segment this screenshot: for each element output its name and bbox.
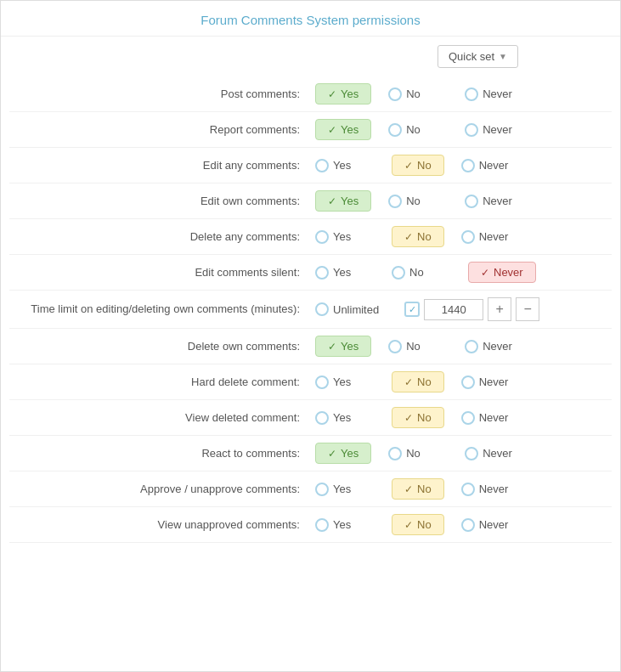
radio-label: No [406, 195, 421, 207]
time-increment-button[interactable]: + [488, 297, 511, 321]
radio-label: No [406, 340, 421, 353]
time-decrement-button[interactable]: − [516, 297, 539, 321]
time-limit-input-group: ✓ + − [404, 297, 539, 321]
perm-row-hard-delete-comment: Hard delete comment: Yes ✓No Never [9, 364, 612, 400]
radio-no-edit-comments-silent[interactable]: No [392, 266, 451, 280]
perm-options-post-comments: ✓Yes No Never [315, 83, 612, 104]
perm-row-edit-own-comments: Edit own comments:✓Yes No Never [9, 184, 612, 219]
check-icon: ✓ [404, 160, 413, 172]
btn-never-edit-comments-silent[interactable]: ✓Never [468, 262, 536, 283]
perm-options-react-to-comments: ✓Yes No Never [315, 443, 612, 464]
radio-circle [315, 483, 329, 496]
radio-yes-hard-delete-comment[interactable]: Yes [315, 376, 375, 389]
unlimited-option[interactable]: Unlimited [315, 302, 379, 316]
radio-never-view-deleted-comment[interactable]: Never [461, 411, 521, 425]
perm-label-post-comments: Post comments: [9, 88, 315, 100]
btn-no-approve-unapprove[interactable]: ✓No [392, 478, 444, 500]
btn-label: Yes [341, 88, 358, 100]
radio-circle [315, 266, 329, 280]
btn-no-view-unapproved[interactable]: ✓No [392, 514, 444, 535]
radio-label: Yes [333, 230, 351, 243]
time-check-icon[interactable]: ✓ [404, 302, 420, 317]
radio-label: No [406, 447, 421, 460]
btn-yes-edit-own-comments[interactable]: ✓Yes [315, 190, 371, 212]
radio-label: Yes [333, 159, 351, 172]
perm-options-report-comments: ✓Yes No Never [315, 119, 612, 140]
radio-never-delete-any-comments[interactable]: Never [461, 230, 521, 244]
radio-label: Never [483, 123, 512, 136]
btn-label: Yes [341, 195, 358, 207]
radio-circle [461, 483, 475, 496]
perm-label-edit-comments-silent: Edit comments silent: [9, 266, 315, 279]
radio-yes-edit-any-comments[interactable]: Yes [315, 159, 375, 172]
radio-never-delete-own-comments[interactable]: Never [465, 340, 524, 353]
radio-never-edit-any-comments[interactable]: Never [461, 159, 521, 172]
btn-no-delete-any-comments[interactable]: ✓No [392, 226, 444, 247]
check-icon: ✓ [328, 448, 336, 460]
radio-no-report-comments[interactable]: No [388, 123, 448, 137]
btn-no-hard-delete-comment[interactable]: ✓No [392, 371, 444, 392]
radio-never-view-unapproved[interactable]: Never [461, 518, 521, 532]
radio-label: Never [479, 230, 509, 243]
perm-options-edit-own-comments: ✓Yes No Never [315, 190, 612, 212]
btn-yes-react-to-comments[interactable]: ✓Yes [315, 443, 371, 464]
radio-circle [315, 518, 329, 532]
perm-options-view-unapproved: Yes ✓No Never [315, 514, 612, 535]
btn-label: Yes [341, 447, 358, 460]
perm-options-edit-comments-silent: Yes No ✓Never [315, 262, 612, 283]
perm-label-edit-own-comments: Edit own comments: [9, 195, 315, 207]
radio-never-react-to-comments[interactable]: Never [465, 447, 524, 460]
btn-label: Yes [341, 123, 358, 136]
check-icon: ✓ [404, 231, 413, 243]
radio-circle-unlimited [315, 302, 329, 316]
perm-options-edit-any-comments: Yes ✓No Never [315, 155, 612, 176]
radio-never-report-comments[interactable]: Never [465, 123, 524, 137]
radio-circle [461, 230, 475, 244]
perm-options-hard-delete-comment: Yes ✓No Never [315, 371, 612, 392]
radio-never-post-comments[interactable]: Never [465, 88, 524, 101]
radio-label: Never [483, 195, 512, 207]
page-title: Forum Comments System permissions [1, 1, 620, 37]
time-limit-input[interactable] [424, 299, 483, 320]
radio-circle [388, 447, 402, 460]
radio-label: Never [479, 518, 509, 531]
btn-yes-report-comments[interactable]: ✓Yes [315, 119, 371, 140]
btn-label: No [417, 518, 432, 531]
check-icon: ✓ [328, 88, 336, 100]
perm-options-view-deleted-comment: Yes ✓No Never [315, 407, 612, 428]
radio-yes-view-unapproved[interactable]: Yes [315, 518, 375, 532]
radio-circle [315, 230, 329, 244]
radio-label: Yes [333, 376, 351, 388]
radio-no-react-to-comments[interactable]: No [388, 447, 448, 460]
btn-yes-delete-own-comments[interactable]: ✓Yes [315, 336, 371, 357]
btn-no-view-deleted-comment[interactable]: ✓No [392, 407, 444, 428]
check-icon: ✓ [328, 341, 336, 353]
btn-yes-post-comments[interactable]: ✓Yes [315, 83, 371, 104]
quick-set-arrow: ▼ [499, 52, 507, 61]
radio-never-approve-unapprove[interactable]: Never [461, 483, 521, 496]
btn-no-edit-any-comments[interactable]: ✓No [392, 155, 444, 176]
radio-yes-delete-any-comments[interactable]: Yes [315, 230, 375, 244]
radio-no-edit-own-comments[interactable]: No [388, 195, 448, 208]
radio-circle [465, 88, 478, 101]
unlimited-label: Unlimited [333, 303, 379, 316]
radio-yes-approve-unapprove[interactable]: Yes [315, 483, 375, 496]
check-icon: ✓ [404, 519, 413, 531]
btn-label: No [417, 411, 432, 424]
radio-label: Yes [333, 483, 351, 495]
radio-never-hard-delete-comment[interactable]: Never [461, 376, 521, 389]
radio-yes-view-deleted-comment[interactable]: Yes [315, 411, 375, 425]
radio-no-delete-own-comments[interactable]: No [388, 340, 448, 353]
perm-label-delete-own-comments: Delete own comments: [9, 340, 315, 353]
radio-circle [461, 411, 475, 425]
perm-row-edit-any-comments: Edit any comments: Yes ✓No Never [9, 148, 612, 184]
radio-never-edit-own-comments[interactable]: Never [465, 195, 524, 208]
radio-label: No [406, 88, 421, 100]
radio-label: Yes [333, 266, 351, 279]
radio-no-post-comments[interactable]: No [388, 88, 448, 101]
btn-label: Yes [341, 340, 358, 353]
quick-set-button[interactable]: Quick set ▼ [438, 45, 518, 68]
radio-circle [315, 159, 329, 172]
radio-yes-edit-comments-silent[interactable]: Yes [315, 266, 375, 280]
quick-set-label: Quick set [449, 50, 494, 63]
